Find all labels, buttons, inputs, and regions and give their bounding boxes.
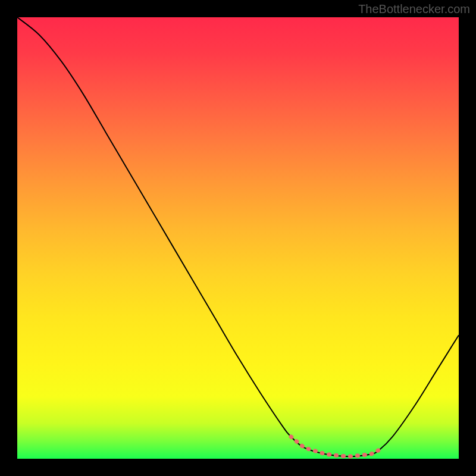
optimal-region-marker [291,437,379,456]
bottleneck-curve [17,17,459,456]
watermark-text: TheBottlenecker.com [358,2,470,16]
chart-svg [17,17,459,459]
chart-plot-area [17,17,459,459]
